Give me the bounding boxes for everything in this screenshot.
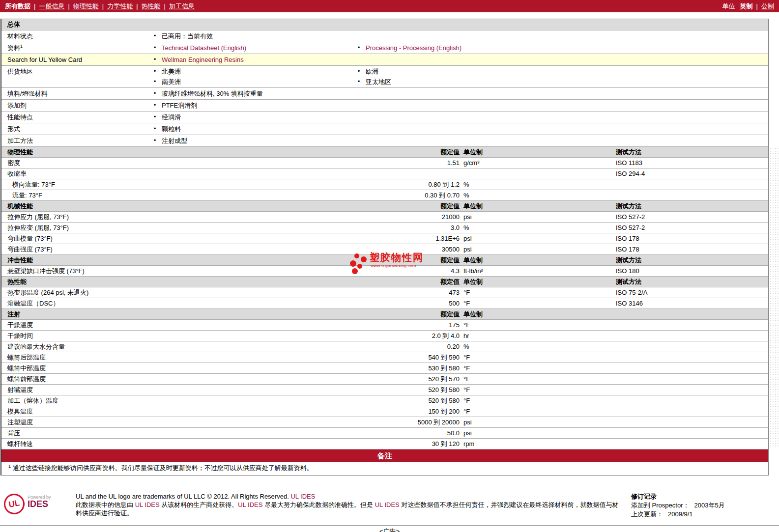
property-value: 530 到 580	[306, 363, 460, 373]
property-label: 弯曲模量 (73°F)	[1, 233, 306, 244]
nav-item-physical[interactable]: 物理性能	[73, 2, 99, 11]
footnote-marker: 1	[20, 44, 23, 49]
section-header-physical: 物理性能 额定值 单位制 测试方法	[1, 146, 768, 157]
property-unit: psi	[460, 233, 616, 244]
row-values-col2	[358, 112, 768, 122]
table-row-material-status: 材料状态 •已商用：当前有效	[1, 30, 768, 42]
section-title: 注射	[1, 309, 306, 319]
row-values: •PTFE润滑剂	[154, 100, 358, 111]
property-test-method	[616, 341, 768, 352]
row-values-col2: •Processing - Processing (English)	[358, 43, 768, 53]
ul-ides-link[interactable]: UL IDES	[238, 501, 262, 508]
row-label: 加工方法	[1, 136, 154, 146]
property-unit: °F	[460, 385, 616, 395]
nav-item-processing[interactable]: 加工信息	[169, 2, 195, 11]
property-label: 干燥时间	[1, 331, 306, 341]
property-value	[306, 168, 460, 179]
unit-system-header: 单位制	[460, 277, 616, 287]
section-title: 冲击性能	[1, 255, 306, 265]
property-value: 50.0	[306, 428, 460, 438]
property-label: 收缩率	[1, 168, 306, 179]
notes-bar: 备注	[1, 449, 768, 462]
property-unit: %	[460, 223, 616, 233]
footnote: 1 通过这些链接您能够访问供应商资料。我们尽量保证及时更新资料；不过您可以从供应…	[1, 462, 768, 475]
table-row-features: 性能特点 •经润滑	[1, 111, 768, 123]
property-row-flow: 流量: 73°F 0.30 到 0.70 %	[1, 190, 768, 200]
property-value: 520 到 570	[306, 374, 460, 384]
property-value: 150 到 200	[306, 406, 460, 417]
property-test-method	[616, 395, 768, 406]
property-label: 悬壁梁缺口冲击强度 (73°F)	[1, 266, 306, 276]
property-label: 拉伸应变 (屈服, 73°F)	[1, 223, 306, 233]
nav-item-general-info[interactable]: 一般信息	[39, 2, 64, 11]
nav-item-thermal[interactable]: 热性能	[142, 2, 161, 11]
section-header-impact: 冲击性能 额定值 单位制 测试方法	[1, 254, 768, 265]
bullet-icon: •	[358, 77, 366, 87]
property-row-drying-time: 干燥时间 2.0 到 4.0 hr	[1, 330, 768, 341]
row-value: 亚太地区	[366, 77, 391, 87]
property-test-method	[616, 374, 768, 384]
property-value: 520 到 580	[306, 395, 460, 406]
property-label: 密度	[1, 158, 306, 168]
property-label: 建议的最大水分含量	[1, 341, 306, 352]
ul-ides-link[interactable]: UL IDES	[290, 493, 315, 500]
row-label: 供货地区	[1, 66, 154, 87]
property-row-drying-temp: 干燥温度 175 °F	[1, 319, 768, 330]
property-row-hdt: 热变形温度 (264 psi, 未退火) 473 °F ISO 75-2/A	[1, 287, 768, 298]
property-test-method	[616, 439, 768, 449]
property-value: 1.31E+6	[306, 233, 460, 244]
property-test-method	[616, 331, 768, 341]
property-unit: rpm	[460, 439, 616, 449]
row-value: 已商用：当前有效	[162, 31, 213, 41]
ul-ides-link[interactable]: UL IDES	[375, 501, 400, 508]
footnote-marker: 1	[8, 464, 11, 469]
property-row-izod-impact: 悬壁梁缺口冲击强度 (73°F) 4.3 ft·lb/in² ISO 180	[1, 265, 768, 276]
property-value: 3.0	[306, 223, 460, 233]
property-label: 螺杆转速	[1, 439, 306, 449]
nav-item-mechanical[interactable]: 力学性能	[107, 2, 133, 11]
ad-placeholder: <广告>	[0, 525, 779, 532]
ul-ides-logo: UL Powered by IDES	[4, 492, 76, 518]
row-value: 经润滑	[162, 112, 181, 122]
property-row-tensile-stress: 拉伸应力 (屈服, 73°F) 21000 psi ISO 527-2	[1, 211, 768, 222]
nav-item-all-data[interactable]: 所有数据	[5, 2, 30, 11]
property-test-method: ISO 527-2	[616, 223, 768, 233]
row-label: Search for UL Yellow Card	[1, 55, 154, 65]
property-unit: °F	[460, 287, 616, 298]
property-row-melt-temp: 加工（熔体）温度 520 到 580 °F	[1, 395, 768, 406]
technical-datasheet-link[interactable]: Technical Datasheet (English)	[162, 43, 246, 53]
rated-value-header: 额定值	[306, 277, 460, 287]
table-row-ul-yellow-card: Search for UL Yellow Card •Wellman Engin…	[1, 54, 768, 65]
ul-ides-link[interactable]: UL IDES	[135, 501, 160, 508]
property-value: 1.51	[306, 158, 460, 168]
unit-metric-link[interactable]: 公制	[761, 2, 774, 11]
property-unit: °F	[460, 395, 616, 406]
wellman-resins-link[interactable]: Wellman Engineering Resins	[162, 55, 244, 65]
property-unit: psi	[460, 428, 616, 438]
disclaimer-paragraph: 此数据表中的信息由 UL IDES 从该材料的生产商处获得。UL IDES 尽最…	[76, 501, 620, 517]
property-label: 拉伸应力 (屈服, 73°F)	[1, 212, 306, 222]
row-values: •Wellman Engineering Resins	[154, 55, 358, 65]
test-method-header: 测试方法	[616, 201, 768, 211]
table-row-regions: 供货地区 •北美洲 •南美洲 •欧洲 •亚太地区	[1, 65, 768, 87]
property-test-method	[616, 179, 768, 190]
property-label: 干燥温度	[1, 320, 306, 330]
revision-updated: 上次更新：2009/9/1	[631, 510, 725, 518]
trademark-line: UL and the UL logo are trademarks of UL …	[76, 492, 620, 501]
property-test-method: ISO 178	[616, 233, 768, 244]
test-method-header	[616, 309, 768, 319]
right-edge-pattern	[769, 147, 779, 448]
row-value: 北美洲	[162, 66, 181, 77]
unit-imperial-current[interactable]: 英制	[740, 2, 753, 11]
units-label: 单位	[722, 2, 735, 11]
property-row-injection-pressure: 注塑温度 5000 到 20000 psi	[1, 417, 768, 427]
property-test-method: ISO 3146	[616, 298, 768, 308]
property-test-method: ISO 294-4	[616, 168, 768, 179]
row-value: 颗粒料	[162, 124, 181, 134]
property-unit: g/cm³	[460, 158, 616, 168]
processing-datasheet-link[interactable]: Processing - Processing (English)	[366, 43, 462, 53]
property-label: 注塑温度	[1, 417, 306, 427]
unit-system-header: 单位制	[460, 201, 616, 211]
property-value: 21000	[306, 212, 460, 222]
property-value: 4.3	[306, 266, 460, 276]
